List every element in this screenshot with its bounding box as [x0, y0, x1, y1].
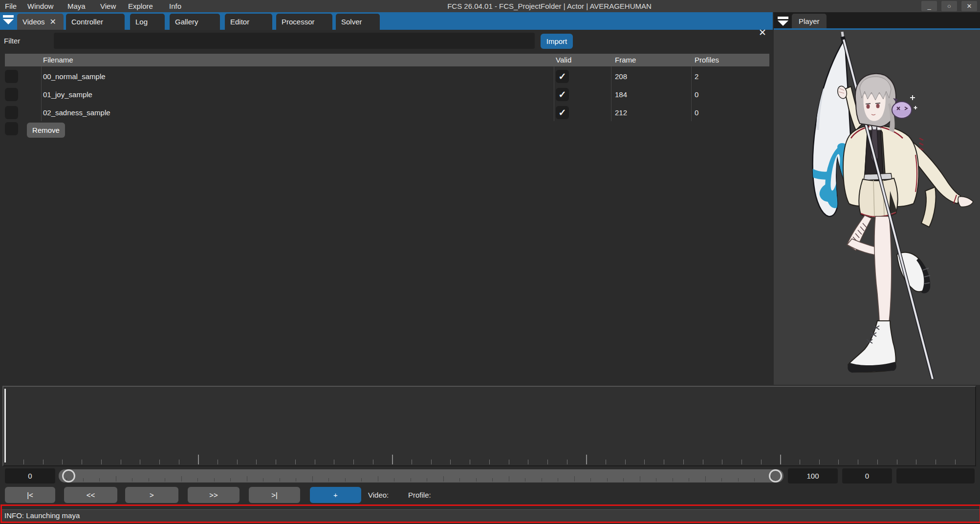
- tab-processor[interactable]: Processor: [276, 14, 332, 30]
- row-select-checkbox[interactable]: [5, 106, 18, 119]
- valid-checkbox[interactable]: ✓: [556, 88, 569, 101]
- ruler-tick: [877, 460, 878, 464]
- ruler-tick: [955, 460, 956, 464]
- ruler-tick: [353, 460, 354, 464]
- menu-window[interactable]: Window: [27, 0, 53, 12]
- range-end-field[interactable]: 100: [788, 468, 838, 483]
- playhead[interactable]: [4, 389, 6, 462]
- slider-tick: [443, 476, 444, 482]
- ruler-tick: [392, 455, 393, 464]
- ruler-tick: [256, 460, 257, 464]
- cell-frame: 212: [615, 105, 627, 120]
- ruler-tick: [722, 460, 722, 464]
- slider-handle-left[interactable]: [62, 469, 75, 482]
- play-button[interactable]: >: [125, 487, 178, 503]
- panel-close-icon[interactable]: ✕: [756, 27, 769, 38]
- cell-profiles: 0: [695, 105, 698, 120]
- close-button[interactable]: ✕: [961, 1, 977, 11]
- tab-videos[interactable]: Videos ✕: [17, 14, 64, 30]
- ruler-tick: [62, 460, 63, 464]
- player-collapse-icon[interactable]: [778, 17, 788, 26]
- maximize-button[interactable]: ○: [941, 1, 957, 11]
- video-label: Video:: [368, 487, 389, 503]
- go-to-end-button[interactable]: >|: [249, 487, 300, 503]
- slider-tick: [640, 476, 640, 482]
- slider-handle-right[interactable]: [769, 469, 782, 482]
- minimize-button[interactable]: _: [921, 1, 937, 11]
- slider-tick: [361, 478, 362, 482]
- row-select-checkbox[interactable]: [5, 88, 18, 101]
- table-row[interactable]: 00_normal_sample ✓ 208 2: [0, 69, 773, 84]
- ruler-tick: [295, 460, 296, 464]
- collapse-panel-icon[interactable]: [3, 15, 14, 24]
- remove-button-label: Remove: [32, 126, 60, 134]
- tab-solver[interactable]: Solver: [336, 14, 380, 30]
- menu-file[interactable]: File: [5, 0, 17, 12]
- add-button[interactable]: +: [310, 487, 361, 503]
- slider-tick: [754, 478, 755, 482]
- ruler-tick: [547, 460, 548, 464]
- ruler-tick: [703, 460, 703, 464]
- import-button[interactable]: Import: [541, 34, 573, 49]
- slider-tick: [149, 478, 149, 482]
- range-start-field[interactable]: 0: [5, 468, 55, 483]
- step-back-icon: <<: [87, 491, 95, 499]
- menu-view[interactable]: View: [100, 0, 116, 12]
- row-select-checkbox[interactable]: [5, 70, 18, 83]
- tab-player[interactable]: Player: [792, 14, 827, 28]
- ruler-tick: [858, 460, 858, 464]
- step-forward-button[interactable]: >>: [188, 487, 240, 503]
- play-icon: >: [150, 491, 154, 499]
- valid-checkbox[interactable]: ✓: [556, 106, 569, 119]
- cell-frame: 208: [615, 69, 627, 84]
- ruler-tick: [276, 460, 276, 464]
- ruler-tick: [683, 460, 684, 464]
- tab-log[interactable]: Log: [130, 14, 165, 30]
- menu-explore[interactable]: Explore: [128, 0, 153, 12]
- slider-tick: [83, 478, 84, 482]
- tab-controller[interactable]: Controller: [66, 14, 125, 30]
- menu-info[interactable]: Info: [169, 0, 181, 12]
- remove-button[interactable]: Remove: [27, 123, 65, 138]
- empty-row-checkbox[interactable]: [5, 122, 18, 135]
- slider-tick: [99, 478, 100, 482]
- cell-frame: 184: [615, 87, 627, 102]
- filter-input[interactable]: [54, 33, 535, 49]
- slider-tick: [542, 478, 542, 482]
- timeline-canvas[interactable]: [2, 386, 976, 466]
- slider-tick: [574, 476, 575, 482]
- slider-tick: [705, 476, 706, 482]
- tab-editor[interactable]: Editor: [225, 14, 272, 30]
- table-header: Filename Valid Frame Profiles: [5, 54, 769, 66]
- videos-tab-close-icon[interactable]: ✕: [50, 17, 56, 26]
- table-row[interactable]: 01_joy_sample ✓ 184 0: [0, 87, 773, 102]
- valid-checkbox[interactable]: ✓: [556, 70, 569, 83]
- menu-maya[interactable]: Maya: [67, 0, 86, 12]
- ruler-tick: [159, 460, 160, 464]
- status-message: INFO: Launching maya: [4, 510, 80, 522]
- ruler-tick: [528, 460, 528, 464]
- frame-range-slider[interactable]: [59, 469, 784, 482]
- cell-filename: 00_normal_sample: [43, 69, 106, 84]
- tab-processor-label: Processor: [282, 18, 315, 26]
- table-row[interactable]: 02_sadness_sample ✓ 212 0: [0, 105, 773, 120]
- ruler-tick: [489, 460, 490, 464]
- ruler-tick: [218, 460, 218, 464]
- player-viewport: [774, 30, 980, 385]
- current-frame-field[interactable]: 0: [842, 468, 892, 483]
- tab-solver-label: Solver: [341, 18, 362, 26]
- ruler-tick: [431, 460, 432, 464]
- ruler-tick: [412, 460, 412, 464]
- ruler-tick: [916, 460, 916, 464]
- step-back-button[interactable]: <<: [64, 487, 117, 503]
- slider-tick: [230, 478, 231, 482]
- fcs-app-window: { "menu": { "items": ["File", "Window", …: [0, 0, 980, 524]
- go-to-end-icon: >|: [271, 491, 278, 499]
- extra-field[interactable]: [896, 468, 975, 483]
- status-bar: INFO: Launching maya: [0, 504, 980, 523]
- slider-tick: [558, 478, 558, 482]
- go-to-start-button[interactable]: |<: [5, 487, 55, 503]
- slider-tick: [411, 478, 411, 482]
- tab-gallery[interactable]: Gallery: [170, 14, 220, 30]
- tab-editor-label: Editor: [230, 18, 249, 26]
